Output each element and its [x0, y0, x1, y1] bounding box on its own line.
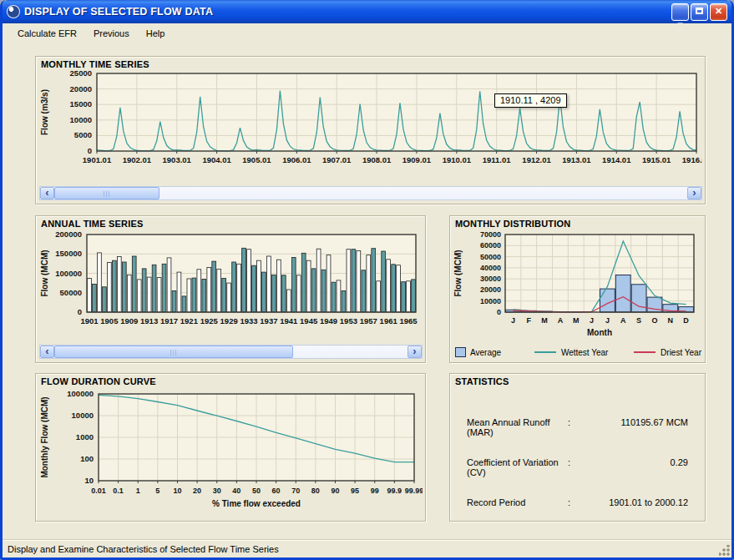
svg-text:20: 20	[193, 487, 201, 495]
annual-time-series-chart[interactable]: 0500001000001500002000001901190519091913…	[38, 230, 423, 337]
svg-text:0: 0	[78, 307, 82, 316]
panel-flow-duration-curve: FLOW DURATION CURVE 10100100010000100000…	[35, 373, 426, 522]
svg-text:10: 10	[173, 487, 181, 495]
legend-driest-label: Driest Year	[661, 348, 701, 357]
scrollbar-thumb[interactable]	[54, 346, 293, 358]
svg-text:0.01: 0.01	[91, 487, 106, 495]
svg-text:1902.01: 1902.01	[123, 155, 152, 164]
stat-separator: :	[568, 417, 590, 437]
scroll-left-button[interactable]: ‹	[40, 346, 54, 358]
maximize-button[interactable]	[691, 3, 708, 21]
scrollbar-track[interactable]	[54, 346, 407, 358]
svg-text:1913: 1913	[140, 316, 158, 325]
close-button[interactable]: ✕	[710, 3, 727, 21]
svg-text:100: 100	[80, 454, 94, 463]
svg-text:S: S	[636, 316, 641, 325]
scroll-left-icon: ‹	[45, 187, 48, 198]
menu-item-calculate-efr[interactable]: Calculate EFR	[9, 26, 85, 41]
svg-text:1921: 1921	[180, 316, 199, 325]
svg-text:J: J	[590, 316, 594, 325]
scroll-left-icon: ‹	[45, 346, 48, 356]
close-icon: ✕	[715, 7, 722, 16]
svg-text:1: 1	[136, 487, 140, 495]
scroll-left-button[interactable]: ‹	[40, 187, 54, 199]
svg-text:1901.01: 1901.01	[83, 155, 112, 164]
chart-tooltip: 1910.11 , 4209	[494, 93, 567, 108]
monthly-distribution-chart[interactable]: 010000200003000040000500006000070000JFMA…	[452, 230, 705, 342]
menu-item-help[interactable]: Help	[138, 26, 174, 41]
stat-value: 110195.67 MCM	[590, 417, 688, 437]
svg-text:0: 0	[497, 308, 501, 316]
annual-series-scrollbar[interactable]: ‹ ›	[39, 345, 423, 359]
svg-text:40: 40	[232, 487, 240, 495]
minimize-button[interactable]: _	[671, 3, 689, 21]
panel-title-flow-duration-curve: FLOW DURATION CURVE	[36, 374, 425, 386]
menu-item-previous[interactable]: Previous	[85, 26, 138, 41]
svg-text:5: 5	[155, 487, 159, 495]
svg-text:1908.01: 1908.01	[362, 155, 392, 164]
svg-text:1907.01: 1907.01	[322, 155, 352, 164]
svg-text:70: 70	[291, 487, 300, 495]
legend-wettest-swatch	[534, 351, 556, 353]
svg-text:0: 0	[88, 146, 92, 155]
stat-row-cv: Coefficient of Variation (CV) : 0.29	[467, 457, 688, 477]
svg-text:60000: 60000	[480, 241, 501, 250]
monthly-time-series-chart[interactable]: 1901.011902.011903.011904.011905.011906.…	[38, 71, 702, 169]
svg-text:J: J	[511, 316, 515, 325]
window-title: DISPLAY OF SELECTED FLOW DATA	[24, 6, 671, 18]
status-bar: Display and Examine Characteristics of S…	[3, 539, 731, 557]
svg-text:30000: 30000	[480, 275, 501, 283]
legend-driest-swatch	[634, 351, 656, 353]
svg-text:A: A	[558, 316, 564, 325]
svg-text:200000: 200000	[55, 230, 82, 239]
svg-text:J: J	[605, 316, 610, 325]
svg-text:1913.01: 1913.01	[562, 155, 591, 164]
flow-duration-curve-chart[interactable]: 101001000100001000000.010.11510203040506…	[38, 387, 423, 519]
svg-text:99.99: 99.99	[405, 487, 423, 495]
svg-text:1945: 1945	[300, 316, 318, 325]
svg-text:10000: 10000	[70, 115, 92, 124]
scroll-right-button[interactable]: ›	[687, 187, 701, 199]
svg-text:70000: 70000	[480, 230, 501, 239]
scroll-right-icon: ›	[692, 187, 696, 198]
stat-row-record-period: Record Period : 1901.01 to 2000.12	[467, 497, 688, 507]
svg-text:1957: 1957	[360, 316, 377, 325]
svg-text:1965: 1965	[399, 316, 418, 325]
scroll-right-button[interactable]: ›	[407, 346, 422, 358]
svg-text:90: 90	[331, 487, 339, 495]
svg-text:N: N	[668, 316, 674, 325]
svg-text:1911.01: 1911.01	[483, 155, 512, 164]
title-bar[interactable]: DISPLAY OF SELECTED FLOW DATA _ ✕	[3, 0, 731, 23]
svg-text:1914.01: 1914.01	[602, 155, 631, 164]
svg-text:1925: 1925	[200, 316, 219, 325]
svg-text:1910.01: 1910.01	[443, 155, 472, 164]
svg-text:A: A	[620, 316, 626, 325]
svg-text:20000: 20000	[70, 84, 92, 93]
scrollbar-track[interactable]	[54, 187, 687, 199]
resize-grip-icon[interactable]	[719, 545, 730, 556]
svg-text:60: 60	[272, 487, 281, 495]
svg-text:F: F	[527, 316, 532, 325]
monthly-series-scrollbar[interactable]: ‹ ›	[39, 186, 702, 200]
stat-label: Mean Annual Runoff (MAR)	[467, 417, 568, 437]
stat-value: 0.29	[590, 457, 688, 477]
svg-text:% Time flow exceeded: % Time flow exceeded	[212, 499, 301, 508]
svg-text:M: M	[573, 316, 580, 325]
svg-text:99.9: 99.9	[387, 487, 402, 495]
svg-text:20000: 20000	[480, 285, 501, 294]
svg-text:50: 50	[252, 487, 261, 495]
svg-text:1000: 1000	[76, 432, 94, 441]
stat-label: Coefficient of Variation (CV)	[467, 457, 568, 477]
svg-text:0.1: 0.1	[113, 487, 124, 495]
legend-wettest-label: Wettest Year	[561, 348, 609, 357]
stat-separator: :	[568, 457, 590, 477]
svg-text:Flow (MCM): Flow (MCM)	[40, 250, 49, 296]
svg-text:10000: 10000	[72, 411, 94, 420]
svg-text:99: 99	[371, 487, 379, 495]
svg-text:1953: 1953	[340, 316, 357, 325]
scrollbar-thumb[interactable]	[54, 187, 159, 199]
svg-text:5000: 5000	[74, 130, 92, 139]
app-icon	[7, 5, 20, 18]
svg-text:40000: 40000	[480, 264, 501, 272]
svg-text:1937: 1937	[260, 316, 277, 325]
